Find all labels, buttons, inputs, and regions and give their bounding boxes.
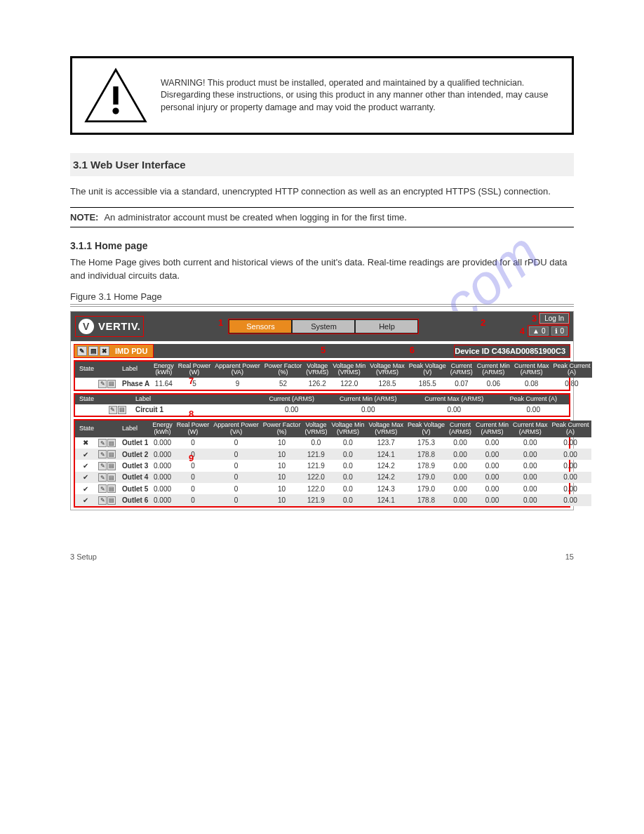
outlet-col-5: Apparent Power(VA) (211, 421, 261, 437)
outlet-pf: 10 (261, 472, 303, 483)
outlet-app: 0 (211, 472, 261, 483)
table-row: ✎▤ Circuit 1 0.00 0.00 0.00 0.00 (75, 404, 569, 416)
nav-tabs: Sensors System Help (228, 319, 419, 334)
row-chart-icon[interactable]: ▤ (107, 439, 116, 447)
row-chart-icon[interactable]: ▤ (118, 406, 126, 414)
annotation-3: 3 (532, 313, 537, 324)
outlet-state: ✖ (75, 437, 96, 449)
row-config-icon[interactable]: ✎ (109, 406, 117, 414)
phase-curmin: 0.06 (475, 378, 512, 389)
config-icon[interactable]: ✎ (77, 346, 87, 356)
row-chart-icon[interactable]: ▤ (107, 484, 116, 493)
outlet-curmin: 0.00 (474, 494, 511, 505)
device-id-prefix: Device ID (455, 347, 490, 355)
row-chart-icon[interactable]: ▤ (107, 450, 116, 458)
circuit-label: Circuit 1 (131, 404, 257, 416)
outlet-label: Outlet 6 (118, 494, 150, 505)
col-peakc: Peak Current (A) (497, 395, 569, 404)
row-config-icon[interactable]: ✎ (98, 380, 107, 388)
outlet-label: Outlet 5 (118, 483, 150, 494)
row-chart-icon[interactable]: ▤ (107, 380, 116, 388)
outlet-state: ✔ (75, 460, 96, 471)
svg-rect-2 (113, 86, 118, 105)
outlet-app: 0 (211, 449, 261, 460)
outlet-col-0: State (75, 421, 96, 437)
tab-help[interactable]: Help (355, 319, 418, 333)
row-config-icon[interactable]: ✎ (98, 439, 107, 447)
outlet-state: ✔ (75, 472, 96, 483)
outlets-table: StateLabelEnergy(kWh)Real Power(W)Appare… (75, 421, 591, 506)
delete-icon[interactable]: ✖ (100, 346, 109, 356)
row-config-icon[interactable]: ✎ (98, 473, 107, 482)
outlet-pf: 10 (261, 449, 303, 460)
outlet-pf: 10 (261, 437, 303, 449)
outlet-vmin: 0.0 (329, 437, 366, 449)
footer-right: 15 (565, 552, 574, 561)
info-icon: ℹ (555, 327, 558, 335)
row-config-icon[interactable]: ✎ (98, 496, 107, 505)
row-chart-icon[interactable]: ▤ (107, 473, 116, 482)
outlet-vmin: 0.0 (329, 494, 366, 505)
phase-col-8: Voltage Min(VRMS) (330, 362, 368, 378)
outlet-vmax: 124.2 (366, 472, 405, 483)
phase-peakc: 0.80 (551, 378, 592, 389)
warning-box: WARNING! This product must be installed,… (70, 56, 574, 135)
warning-icon (83, 67, 148, 124)
outlet-real: 0 (175, 483, 212, 494)
outlet-v: 122.0 (302, 472, 329, 483)
outlet-curmin: 0.00 (474, 483, 511, 494)
outlet-curmax: 0.00 (511, 472, 550, 483)
outlet-peakc: 0.00 (550, 472, 591, 483)
info-badge[interactable]: ℹ 0 (551, 326, 568, 336)
table-row: ✔✎▤Outlet 30.0000010121.90.0124.2178.90.… (75, 460, 591, 471)
outlet-peakv: 178.8 (405, 449, 447, 460)
row-chart-icon[interactable]: ▤ (107, 462, 116, 470)
brand-logo: V VERTIV. (75, 316, 144, 337)
outlet-peakv: 178.8 (405, 494, 447, 505)
circuit-table: State Label Current (ARMS) Current Min (… (75, 395, 569, 416)
outlet-peakc: 0.00 (550, 460, 591, 471)
table-row: ✎▤ Phase A 11.64 5 9 52 126.2 122.0 128.… (75, 378, 592, 389)
outlet-state: ✔ (75, 449, 96, 460)
home-text: The Home Page gives both current and his… (70, 256, 574, 283)
login-button[interactable]: Log In (539, 313, 569, 324)
outlet-col-1 (96, 421, 118, 437)
col-state: State (75, 395, 103, 404)
annotation-6: 6 (410, 345, 415, 355)
outlet-energy: 0.000 (150, 494, 175, 505)
outlet-app: 0 (211, 460, 261, 471)
phase-curmax: 0.08 (512, 378, 551, 389)
outlet-col-14: Peak Current(A) (550, 421, 591, 437)
outlet-cur: 0.00 (447, 449, 474, 460)
outlet-col-4: Real Power(W) (175, 421, 212, 437)
outlet-energy: 0.000 (150, 460, 175, 471)
outlet-curmax: 0.00 (511, 437, 550, 449)
chart-icon[interactable]: ▤ (88, 346, 98, 356)
annotation-5: 5 (321, 345, 326, 355)
phase-col-14: Peak Current(A) (551, 362, 592, 378)
col-cur: Current (ARMS) (257, 395, 326, 404)
outlet-vmax: 123.7 (366, 437, 405, 449)
alarm-count: 0 (542, 327, 546, 335)
phase-col-9: Voltage Max(VRMS) (368, 362, 407, 378)
screenshot-home-page: V VERTIV. 1 Sensors System Help 2 3 Log … (70, 311, 574, 510)
outlet-peakv: 179.0 (405, 472, 447, 483)
tab-system[interactable]: System (292, 319, 355, 333)
outlet-label: Outlet 4 (118, 472, 150, 483)
table-row: ✔✎▤Outlet 40.0000010122.00.0124.2179.00.… (75, 472, 591, 483)
outlet-real: 0 (175, 494, 212, 505)
table-row: ✔✎▤Outlet 20.0000010121.90.0124.1178.80.… (75, 449, 591, 460)
table-row: ✖✎▤Outlet 10.00000100.00.0123.7175.30.00… (75, 437, 591, 449)
outlet-cur: 0.00 (447, 472, 474, 483)
svg-point-3 (112, 107, 119, 114)
row-config-icon[interactable]: ✎ (98, 462, 107, 470)
row-config-icon[interactable]: ✎ (98, 484, 107, 493)
tab-sensors[interactable]: Sensors (229, 319, 292, 333)
warning-text: WARNING! This product must be installed,… (161, 77, 561, 114)
outlet-curmax: 0.00 (511, 449, 550, 460)
alarm-badge[interactable]: ▲ 0 (529, 326, 549, 336)
row-chart-icon[interactable]: ▤ (107, 496, 116, 505)
footer-left: 3 Setup (70, 552, 97, 561)
annotation-4: 4 (520, 326, 525, 336)
row-config-icon[interactable]: ✎ (98, 450, 107, 458)
